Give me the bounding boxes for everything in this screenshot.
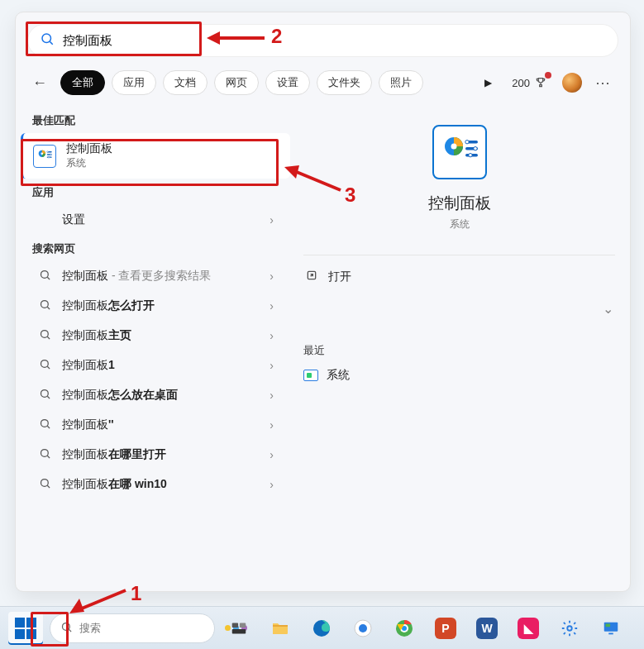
search-bar[interactable] bbox=[27, 24, 618, 57]
svg-point-28 bbox=[451, 144, 456, 150]
windows-logo-icon bbox=[15, 618, 36, 639]
annotation-number-1: 1 bbox=[131, 582, 141, 605]
open-action[interactable]: 打开 bbox=[303, 260, 615, 293]
svg-line-18 bbox=[47, 366, 50, 369]
tab-photos[interactable]: 照片 bbox=[379, 70, 423, 95]
task-view-button[interactable] bbox=[222, 612, 256, 645]
start-button[interactable] bbox=[8, 612, 43, 645]
best-match-subtitle: 系统 bbox=[66, 156, 112, 170]
search-input[interactable] bbox=[63, 34, 606, 48]
system-icon bbox=[303, 370, 318, 381]
preview-title: 控制面板 bbox=[428, 193, 491, 214]
annotation-number-3: 3 bbox=[345, 184, 355, 207]
web-result[interactable]: 控制面板 - 查看更多搜索结果› bbox=[21, 261, 290, 291]
web-result-label: 控制面板怎么放在桌面 bbox=[62, 388, 260, 403]
svg-point-32 bbox=[465, 141, 468, 144]
svg-point-21 bbox=[41, 420, 48, 427]
taskbar-search-input[interactable] bbox=[79, 622, 218, 634]
search-icon bbox=[60, 621, 73, 636]
edge-button[interactable] bbox=[304, 612, 339, 645]
preview-app-icon bbox=[432, 125, 487, 179]
user-avatar[interactable] bbox=[562, 73, 582, 93]
filter-tabs-row: ← 全部 应用 文档 网页 设置 文件夹 照片 ▶ 200 ⋯ bbox=[27, 70, 618, 95]
web-result[interactable]: 控制面板怎么打开› bbox=[21, 291, 290, 321]
taskbar-search[interactable] bbox=[50, 613, 215, 643]
svg-rect-46 bbox=[232, 628, 246, 633]
svg-point-0 bbox=[42, 34, 51, 43]
annotation-arrow-2 bbox=[207, 30, 268, 46]
tab-apps[interactable]: 应用 bbox=[112, 70, 156, 95]
tab-settings[interactable]: 设置 bbox=[265, 70, 310, 95]
monitor-app-button[interactable] bbox=[594, 612, 628, 645]
web-result[interactable]: 控制面板怎么放在桌面› bbox=[21, 380, 290, 410]
pink-app-button[interactable]: ◣ bbox=[511, 612, 546, 645]
open-icon bbox=[305, 269, 318, 284]
chevron-right-icon: › bbox=[270, 389, 274, 402]
web-result-label: 控制面板在哪里打开 bbox=[62, 447, 260, 462]
svg-rect-45 bbox=[240, 623, 246, 628]
svg-line-38 bbox=[293, 170, 341, 190]
svg-line-40 bbox=[78, 590, 126, 610]
open-label: 打开 bbox=[328, 270, 351, 284]
tab-web[interactable]: 网页 bbox=[214, 70, 259, 95]
results-left-column: 最佳匹配 控制面板 系统 应用 设置 › 搜索网页 控制面板 - 查看 bbox=[16, 107, 295, 591]
svg-point-15 bbox=[41, 331, 48, 338]
svg-line-1 bbox=[50, 41, 52, 44]
points-value: 200 bbox=[512, 77, 530, 89]
rewards-points[interactable]: 200 bbox=[512, 76, 547, 89]
expand-action[interactable]: ⌄ bbox=[303, 293, 615, 325]
back-button[interactable]: ← bbox=[27, 71, 52, 95]
search-icon bbox=[40, 31, 55, 50]
svg-point-10 bbox=[48, 156, 50, 158]
web-result[interactable]: 控制面板''› bbox=[21, 410, 290, 440]
svg-rect-54 bbox=[604, 622, 618, 631]
best-match-header: 最佳匹配 bbox=[16, 107, 295, 133]
annotation-number-2: 2 bbox=[271, 25, 282, 48]
best-match-result[interactable]: 控制面板 系统 bbox=[21, 133, 290, 179]
svg-rect-55 bbox=[606, 623, 611, 627]
tab-folders[interactable]: 文件夹 bbox=[317, 70, 372, 95]
svg-point-4 bbox=[41, 152, 43, 155]
recent-item-system[interactable]: 系统 bbox=[303, 361, 615, 389]
search-icon bbox=[37, 477, 52, 492]
web-header: 搜索网页 bbox=[16, 235, 295, 261]
svg-rect-2 bbox=[37, 148, 52, 163]
web-result[interactable]: 控制面板1› bbox=[21, 351, 290, 380]
chevron-down-icon: ⌄ bbox=[603, 301, 613, 317]
svg-point-49 bbox=[359, 624, 367, 632]
best-match-title: 控制面板 bbox=[66, 141, 112, 156]
chevron-right-icon: › bbox=[270, 270, 274, 283]
svg-point-8 bbox=[47, 150, 49, 152]
windows-search-panel: ← 全部 应用 文档 网页 设置 文件夹 照片 ▶ 200 ⋯ 最佳匹配 bbox=[15, 12, 631, 592]
search-icon bbox=[37, 269, 52, 284]
svg-point-23 bbox=[41, 450, 48, 457]
app-result-settings[interactable]: 设置 › bbox=[21, 205, 290, 235]
svg-line-24 bbox=[47, 456, 50, 458]
svg-rect-44 bbox=[232, 623, 238, 628]
chevron-right-icon: › bbox=[270, 329, 274, 342]
powerpoint-button[interactable]: P bbox=[428, 612, 463, 645]
word-button[interactable]: W bbox=[470, 612, 504, 645]
web-result[interactable]: 控制面板在哪里打开› bbox=[21, 440, 290, 470]
web-result[interactable]: 控制面板主页› bbox=[21, 321, 290, 351]
chevron-right-icon: › bbox=[270, 359, 274, 372]
search-icon bbox=[37, 298, 52, 313]
web-result[interactable]: 控制面板在哪 win10› bbox=[21, 470, 290, 499]
chrome-button[interactable] bbox=[387, 612, 422, 645]
settings-button[interactable] bbox=[552, 612, 587, 645]
search-icon bbox=[37, 358, 52, 373]
search-icon bbox=[37, 388, 52, 403]
svg-point-42 bbox=[63, 623, 70, 630]
more-button[interactable]: ⋯ bbox=[589, 74, 618, 92]
svg-point-53 bbox=[567, 626, 572, 631]
svg-line-43 bbox=[69, 629, 71, 632]
play-icon[interactable]: ▶ bbox=[479, 77, 497, 88]
app-circle-button[interactable] bbox=[346, 612, 380, 645]
search-icon bbox=[37, 328, 52, 343]
tab-all[interactable]: 全部 bbox=[60, 70, 105, 95]
apps-header: 应用 bbox=[16, 179, 295, 205]
svg-line-14 bbox=[47, 307, 50, 309]
file-explorer-button[interactable] bbox=[263, 612, 298, 645]
trophy-icon bbox=[534, 76, 547, 89]
tab-documents[interactable]: 文档 bbox=[163, 70, 208, 95]
